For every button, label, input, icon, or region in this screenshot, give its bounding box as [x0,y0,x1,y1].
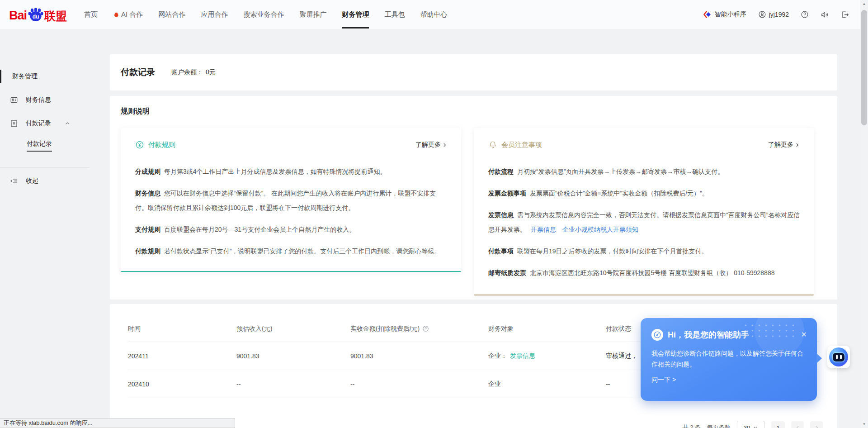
help-icon[interactable] [801,10,809,19]
sidebar-subitem-payment-record[interactable]: 付款记录 [0,139,90,152]
col-estimated-income: 预估收入(元) [236,325,350,333]
sidebar-item-payment-record[interactable]: 付款记录 [0,117,90,130]
member-notes-more-link[interactable]: 了解更多 [768,141,800,149]
chevron-up-icon[interactable] [64,120,71,127]
browser-status-bar: 正在等待 xlab.baidu.com 的响应... [0,418,235,428]
nav-help-center[interactable]: 帮助中心 [420,0,447,29]
topnav-right: 智能小程序 jyj1992 [703,10,849,19]
sidebar-collapse-button[interactable]: 收起 [0,174,90,188]
member-notes-title: 会员注意事项 [501,141,542,149]
nav-toolkit[interactable]: 工具包 [384,0,405,29]
member-notes-card: 会员注意事项 了解更多 付款流程月初按“发票信息”页面开具发票→上传发票→邮寄发… [474,128,814,295]
rule-item: 发票信息需与系统内发票信息内容完全一致，否则无法支付。请根据发票信息页面中“百度… [488,208,800,237]
rule-item: 支付规则百度联盟会在每月20号—31号支付企业会员上个自然月产生的收入。 [135,222,448,237]
nav-juping-promotion[interactable]: 聚屏推广 [299,0,326,29]
flame-icon [113,11,119,18]
rules-section: 规则说明 付款规则 了解更多 [110,96,837,300]
miniprogram-entry[interactable]: 智能小程序 [703,10,746,19]
col-time: 时间 [128,325,236,333]
certificate-icon [10,119,18,128]
rule-item: 付款规则若付款状态显示“已支付”，说明联盟已安排了您的付款。支付后三个工作日内到… [135,244,448,258]
prev-page-button[interactable] [791,421,804,428]
col-finance-target: 财务对象 [488,325,606,333]
rule-item: 财务信息您可以在财务信息中选择“保留付款”。 在此期间您产生的收入将在账户内进行… [135,186,448,215]
logo-text-union: 联盟 [44,10,67,22]
nav-app-cooperation[interactable]: 应用合作 [201,0,228,29]
chevron-down-icon [753,425,758,428]
page-number-button[interactable]: 1 [771,421,785,428]
account-balance: 账户余额：0元 [171,68,216,76]
compass-icon [651,329,663,341]
sidebar: 财务管理 财务信息 付款记录 付款记录 [0,29,90,428]
small-taxpayer-guide-link[interactable]: 企业小规模纳税人开票须知 [562,226,638,233]
chevron-right-icon [794,142,800,148]
rule-item: 付款流程月初按“发票信息”页面开具发票→上传发票→邮寄发票→审核→确认支付。 [488,164,800,179]
user-icon [758,10,766,19]
assistant-title: Hi，我是您的智能助手 [668,329,749,340]
nav-website-cooperation[interactable]: 网站合作 [158,0,185,29]
robot-icon [829,347,848,366]
per-page-select[interactable]: 30 [737,421,765,428]
invoice-info-row-link[interactable]: 发票信息 [510,352,535,359]
scroll-down-arrow[interactable]: ▼ [860,420,868,428]
user-account[interactable]: jyj1992 [758,10,789,19]
nav-finance-management[interactable]: 财务管理 [342,0,369,29]
main-menu: 首页 AI 合作 网站合作 应用合作 搜索业务合作 聚屏推广 财务管理 工具包 … [84,0,447,29]
invoice-info-link[interactable]: 开票信息 [531,226,556,233]
decorative-dots [742,323,797,338]
rule-item: 付款事项联盟在每月19日之后签收的发票，付款时间安排在下个月首批支付。 [488,244,800,258]
payment-rules-more-link[interactable]: 了解更多 [415,141,448,149]
sidebar-divider [0,167,90,168]
scrollbar-thumb[interactable] [861,10,867,125]
bell-icon [488,140,497,149]
rule-item: 分成规则每月第3或4个工作日产出上月分成信息及发票信息，如有特殊情况将提前通知。 [135,164,448,179]
payment-rules-title: 付款规则 [148,141,175,149]
nav-search-business[interactable]: 搜索业务合作 [243,0,284,29]
next-page-button[interactable] [810,421,823,428]
baidu-paw-icon: du [28,7,44,22]
rule-item: 邮寄纸质发票北京市海淀区西北旺东路10号院百度科技园5号楼 百度联盟财务组（收）… [488,266,800,280]
id-card-icon [10,96,18,104]
scroll-up-arrow[interactable]: ▲ [860,0,868,8]
miniprogram-diamond-icon [703,10,712,19]
nav-ai-cooperation[interactable]: AI 合作 [113,0,143,29]
scrollbar[interactable]: ▲ ▼ [860,0,868,428]
sidebar-item-finance-info[interactable]: 财务信息 [0,93,90,107]
assistant-message: 我会帮助您诊断合作链路问题，以及解答您关于任何合作相关的问题。 [651,348,807,370]
assistant-robot-button[interactable] [827,346,850,368]
baidu-union-logo[interactable]: Bai du 联盟 [9,7,67,22]
rule-item: 发票金额事项发票票面“价税合计”金额=系统中“实收金额（扣除税费后/元）”。 [488,186,800,200]
rules-section-title: 规则说明 [121,107,814,116]
popup-tail [816,353,822,363]
ask-now-link[interactable]: 问一下 > [651,376,676,384]
sound-icon[interactable] [821,10,829,19]
svg-text:du: du [33,14,39,20]
payment-record-header-card: 付款记录 账户余额：0元 [110,54,837,90]
logo-text-bai: Bai [9,10,27,22]
smart-assistant-popup: Hi，我是您的智能助手 ✕ 我会帮助您诊断合作链路问题，以及解答您关于任何合作相… [641,318,817,401]
page-title: 付款记录 [121,67,155,78]
chevron-right-icon [442,142,448,148]
total-count: 共 2 条 [683,423,701,428]
top-navigation: Bai du 联盟 首页 AI 合作 网站合作 [0,0,860,29]
sidebar-section-finance-management[interactable]: 财务管理 [0,70,90,83]
collapse-icon [10,177,18,185]
per-page-label: 每页条数 [707,423,731,428]
nav-home[interactable]: 首页 [84,0,98,29]
logout-icon[interactable] [841,10,849,19]
question-circle-icon[interactable] [422,325,429,332]
payment-rules-card: 付款规则 了解更多 分成规则每月第3或4个工作日产出上月分成信息及发票信息，如有… [121,128,461,272]
close-icon[interactable]: ✕ [801,331,807,338]
coin-icon [135,140,144,149]
col-actual-amount: 实收金额(扣除税费后/元) [350,325,488,333]
pagination: 共 2 条 每页条数 30 1 [683,421,823,428]
